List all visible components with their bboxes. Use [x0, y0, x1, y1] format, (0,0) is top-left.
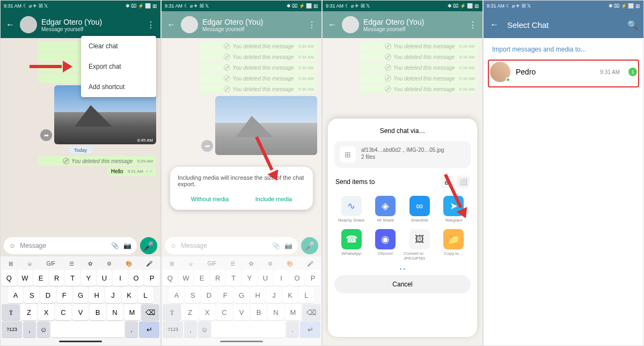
- forward-icon[interactable]: ➦: [40, 129, 52, 141]
- share-app-whatsapp[interactable]: ☎WhatsApp: [334, 226, 369, 264]
- telegram-header: ← Select Chat 🔍: [484, 11, 643, 38]
- back-icon[interactable]: ←: [5, 19, 16, 30]
- cast-icon[interactable]: ⬜: [457, 175, 470, 188]
- unread-badge: 1: [628, 68, 637, 76]
- phone-screenshot-1: 9:31 AM☾ ⌀ ✈ ☒ 𝕏 ✱ ⌧ ⚡ ⬜ ▥ ← Edgar Otero…: [0, 0, 161, 346]
- page-dots-icon: • •: [336, 266, 469, 272]
- wa-chat-header: ← Edgar Otero (You) Message yourself ⋮: [1, 11, 160, 38]
- share-app-convert-to-jpeg-png[interactable]: 🖼Convert to JPEG/PNG: [402, 226, 437, 264]
- telegram-title: Select Chat: [507, 20, 620, 30]
- dialog-text: Including media will increase the size o…: [178, 174, 305, 187]
- share-file-box: ⊞ af13b4…abd0d2，IMG-20…05.jpg2 files: [334, 141, 471, 168]
- date-pill: Today: [69, 146, 92, 154]
- keyboard: ⊞☺GIF☰✿⚙🎨🎤 QWERTYUIOP ASDFGHJKL ⇧ZXCVBNM…: [1, 256, 160, 345]
- share-app-shareme[interactable]: ∞ShareMe: [402, 193, 437, 226]
- chat-row-pedro[interactable]: Pedro 9:31 AM 1: [484, 57, 643, 86]
- online-dot-icon: [506, 77, 510, 82]
- share-app-nearby-share[interactable]: ∿Nearby Share: [334, 193, 369, 226]
- chat-name: Pedro: [516, 68, 595, 76]
- menu-clear-chat[interactable]: Clear chat: [81, 36, 156, 56]
- contact-subtitle: Message yourself: [41, 26, 141, 32]
- send-items-label: Send items to: [335, 178, 375, 186]
- share-title: Send chat via…: [334, 127, 471, 135]
- share-sheet: Send chat via… ⊞ af13b4…abd0d2，IMG-20…05…: [328, 119, 477, 337]
- kb-tool-icon[interactable]: ⊞: [9, 261, 13, 267]
- search-icon[interactable]: 🔍: [627, 19, 638, 30]
- contact-avatar[interactable]: [20, 16, 37, 33]
- import-label: Import messages and media to...: [484, 38, 643, 57]
- share-app-copy-to-[interactable]: 📁Copy to…: [437, 226, 471, 264]
- without-media-button[interactable]: Without media: [191, 196, 229, 202]
- tutorial-arrow-icon: [30, 62, 72, 71]
- camera-icon[interactable]: 📷: [123, 242, 131, 249]
- cancel-button[interactable]: Cancel: [334, 275, 471, 293]
- phone-screenshot-2: 9:31 AM☾ ⌀ ✈ ☒ 𝕏✱ ⌧ ⚡ ⬜ ▥ ←Edgar Otero (…: [161, 0, 322, 346]
- chat-time: 9:31 AM: [600, 69, 620, 75]
- app-grid: ∿Nearby Share◈Mi Share∞ShareMe➤Telegram☎…: [334, 193, 471, 264]
- overflow-menu: Clear chat Export chat Add shortcut: [81, 36, 156, 97]
- phone-screenshot-4: 9:31 AM☾ ⌀ ✈ ☒ 𝕏✱ ⌧ ⚡ ⬜ ▥ ← Select Chat …: [483, 0, 644, 346]
- share-app-mi-share[interactable]: ◈Mi Share: [369, 193, 403, 226]
- share-app-discord[interactable]: ◉Discord: [369, 226, 403, 264]
- menu-export-chat[interactable]: Export chat: [81, 56, 156, 77]
- contact-name: Edgar Otero (You): [41, 18, 141, 26]
- export-dialog: Including media will increase the size o…: [170, 167, 313, 210]
- file-icon: ⊞: [340, 146, 356, 163]
- back-icon[interactable]: ←: [489, 19, 500, 30]
- mic-button[interactable]: 🎤: [140, 237, 157, 254]
- menu-add-shortcut[interactable]: Add shortcut: [81, 77, 156, 97]
- emoji-icon[interactable]: ☺: [9, 242, 16, 249]
- attach-icon[interactable]: 📎: [111, 242, 119, 249]
- include-media-button[interactable]: Include media: [255, 196, 292, 202]
- message-input[interactable]: ☺ Message 📎 📷: [4, 237, 137, 254]
- more-icon[interactable]: ⋮: [145, 19, 156, 30]
- status-bar: 9:31 AM☾ ⌀ ✈ ☒ 𝕏 ✱ ⌧ ⚡ ⬜ ▥: [1, 1, 160, 11]
- phone-screenshot-3: 9:31 AM☾ ⌀ ✈ ☒ 𝕏✱ ⌧ ⚡ ⬜ ▥ ←Edgar Otero (…: [322, 0, 483, 346]
- message-input-bar: ☺ Message 📎 📷 🎤: [1, 235, 160, 256]
